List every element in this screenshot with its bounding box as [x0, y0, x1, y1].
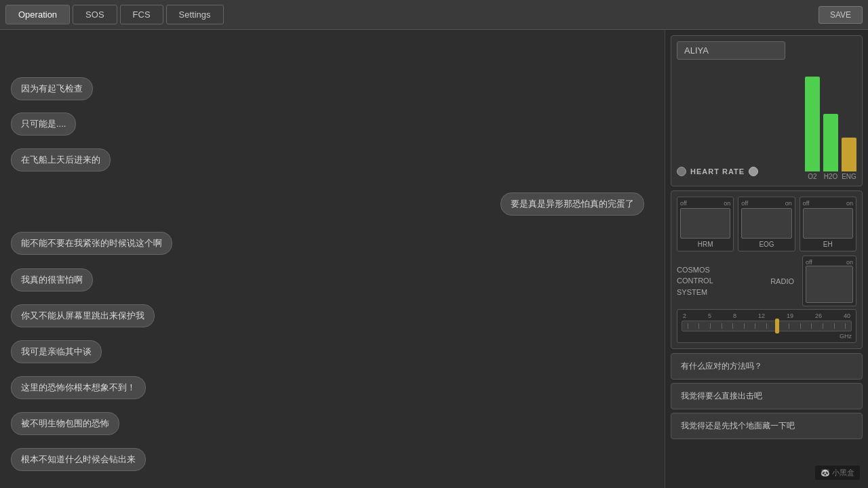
tab-sos[interactable]: SOS [73, 5, 117, 24]
tick [744, 323, 745, 329]
cosmos-row: COSMOS CONTROL SYSTEM RADIO off on [677, 256, 856, 306]
cosmos-line1: COSMOS [677, 264, 734, 276]
chat-msg-10: 被不明生物包围的恐怖 [11, 412, 119, 435]
cosmos-info: COSMOS CONTROL SYSTEM [677, 256, 734, 306]
aliya-label: ALIYA [677, 41, 785, 60]
eh-on[interactable]: on [846, 200, 853, 207]
top-nav: Operation SOS FCS Settings SAVE [0, 0, 868, 30]
tab-settings[interactable]: Settings [166, 5, 224, 24]
watermark: 🐼 小黑盒 [815, 466, 860, 480]
tab-fcs[interactable]: FCS [120, 5, 163, 24]
tick [755, 323, 755, 329]
tick [698, 323, 699, 329]
eng-label: ENG [842, 173, 856, 180]
chat-msg-8: 我可是亲临其中谈 [11, 340, 102, 363]
hrm-screen [680, 208, 730, 239]
response-2[interactable]: 我觉得要么直接出击吧 [671, 383, 863, 409]
vitals-section: ALIYA HEART RATE O2 [671, 35, 863, 186]
response-section: 有什么应对的方法吗？ 我觉得要么直接出击吧 我觉得还是先找个地面藏一下吧 [671, 353, 863, 483]
chat-msg-1: 因为有起飞检查 [11, 77, 93, 100]
eh-label: EH [823, 241, 833, 248]
freq-26: 26 [815, 312, 822, 319]
radio-screen [806, 266, 853, 303]
tick [722, 323, 722, 329]
hrm-off[interactable]: off [680, 200, 687, 207]
eog-off[interactable]: off [741, 200, 748, 207]
tab-operation[interactable]: Operation [5, 5, 70, 24]
eog-screen [741, 208, 791, 239]
radio-off[interactable]: off [806, 259, 812, 266]
tick [823, 323, 823, 329]
main-layout: 因为有起飞检查 只可能是.... 在飞船上天后进来的 要是真是异形那恐怕真的完蛋… [0, 30, 868, 488]
monitor-eh: off on EH [800, 197, 856, 251]
radio-label: RADIO [770, 277, 794, 285]
cosmos-line3: SYSTEM [677, 287, 734, 298]
chat-msg-2: 只可能是.... [11, 113, 76, 136]
hrm-on[interactable]: on [724, 200, 730, 207]
tick [732, 323, 733, 329]
h2o-label: H2O [824, 173, 838, 180]
hrm-label: HRM [698, 241, 713, 248]
eog-label: EOG [759, 241, 774, 248]
tick [800, 323, 801, 329]
eng-bar [842, 138, 856, 171]
hrm-toggle-row: off on [680, 200, 730, 207]
bar-eng: ENG [842, 65, 856, 180]
heart-rate-label: HEART RATE [690, 167, 745, 176]
chat-msg-6: 我真的很害怕啊 [11, 268, 93, 291]
freq-12: 12 [758, 312, 765, 319]
save-button[interactable]: SAVE [818, 6, 863, 24]
h2o-bar [823, 114, 838, 171]
freq-handle[interactable] [775, 319, 779, 333]
watermark-icon: 🐼 [821, 468, 832, 476]
heart-rate-toggle-on[interactable] [749, 167, 758, 176]
bar-o2: O2 [805, 65, 820, 180]
freq-19: 19 [787, 312, 793, 319]
eog-toggle-row: off on [741, 200, 791, 207]
freq-2: 2 [683, 312, 686, 319]
chat-msg-11: 根本不知道什么时候会钻出来 [11, 448, 146, 471]
chat-msg-4: 要是真是异形那恐怕真的完蛋了 [500, 192, 644, 216]
right-panel: ALIYA HEART RATE O2 [665, 30, 868, 488]
chat-msg-5: 能不能不要在我紧张的时候说这个啊 [11, 232, 172, 255]
monitor-row: off on HRM off on EOG [677, 197, 856, 251]
tick [834, 323, 835, 329]
eh-toggle-row: off on [803, 200, 853, 207]
o2-bar [805, 77, 820, 171]
freq-scale: 2 5 8 12 19 26 40 [682, 312, 852, 319]
heart-rate-toggle[interactable] [677, 167, 686, 176]
eog-on[interactable]: on [785, 200, 792, 207]
response-3[interactable]: 我觉得还是先找个地面藏一下吧 [671, 413, 863, 439]
tick [845, 323, 846, 329]
freq-ghz: GHz [682, 333, 852, 340]
tick [688, 323, 688, 329]
bar-h2o: H2O [823, 65, 838, 180]
chat-msg-7: 你又不能从屏幕里跳出来保护我 [11, 304, 155, 327]
tick [789, 323, 789, 329]
o2-label: O2 [808, 173, 816, 180]
tick [766, 323, 767, 329]
radio-toggle-row: off on [806, 259, 853, 266]
response-1[interactable]: 有什么应对的方法吗？ [671, 353, 863, 380]
freq-8: 8 [733, 312, 736, 319]
chat-msg-9: 这里的恐怖你根本想象不到！ [11, 376, 146, 399]
freq-track[interactable] [682, 321, 852, 331]
freq-5: 5 [708, 312, 711, 319]
tick [811, 323, 812, 329]
tick [710, 323, 711, 329]
chat-area: 因为有起飞检查 只可能是.... 在飞船上天后进来的 要是真是异形那恐怕真的完蛋… [0, 30, 665, 488]
cosmos-line2: CONTROL [677, 275, 734, 287]
radio-on[interactable]: on [846, 259, 853, 266]
monitor-section: off on HRM off on EOG [671, 190, 863, 349]
monitor-eog: off on EOG [738, 197, 795, 251]
chat-msg-3: 在飞船上天后进来的 [11, 148, 111, 171]
freq-40: 40 [844, 312, 850, 319]
eh-screen [803, 208, 853, 239]
eh-off[interactable]: off [803, 200, 810, 207]
freq-slider-area: 2 5 8 12 19 26 40 [677, 309, 856, 343]
radio-monitor: off on [802, 256, 856, 306]
monitor-hrm: off on HRM [677, 197, 734, 251]
